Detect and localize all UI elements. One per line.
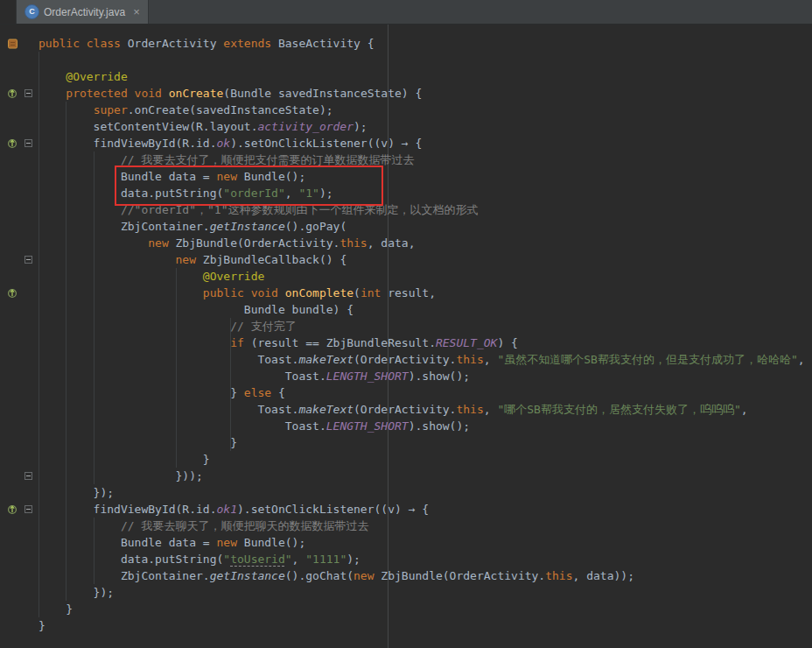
code-line[interactable]: Toast.makeText(OrderActivity.this, "虽然不知… — [0, 351, 812, 368]
fold-cell — [24, 102, 38, 118]
fold-marker-icon[interactable] — [24, 472, 32, 480]
close-icon[interactable]: × — [133, 6, 140, 18]
code-line[interactable]: protected void onCreate(Bundle savedInst… — [0, 85, 812, 102]
code-line[interactable]: } — [0, 434, 812, 451]
code-line[interactable]: data.putString("orderId", "1"); — [0, 185, 812, 201]
gutter-icon-cell — [0, 551, 24, 567]
code-line[interactable]: } else { — [0, 384, 812, 401]
gutter-icon-cell[interactable] — [0, 285, 24, 301]
override-method-icon[interactable] — [7, 504, 18, 515]
code-text: ZbjContainer.getInstance().goChat(new Zb… — [38, 567, 634, 584]
code-line[interactable]: Toast.LENGTH_SHORT).show(); — [0, 418, 812, 434]
code-text: Bundle data = new Bundle(); — [38, 168, 305, 185]
editor-tab-bar: C OrderActivity.java × — [0, 0, 812, 25]
fold-cell[interactable] — [24, 85, 38, 102]
code-line[interactable]: new ZbjBundle(OrderActivity.this, data, — [0, 235, 812, 251]
code-line[interactable]: } — [0, 601, 812, 617]
fold-marker-icon[interactable] — [24, 256, 32, 264]
code-line[interactable]: @Override — [0, 68, 812, 85]
fold-cell — [24, 567, 38, 584]
code-text: protected void onCreate(Bundle savedInst… — [38, 85, 422, 102]
override-method-icon[interactable] — [7, 137, 18, 149]
code-line[interactable]: // 我要去聊天了，顺便把聊天的数据数据带过去 — [0, 518, 812, 534]
code-text: Toast.LENGTH_SHORT).show(); — [38, 418, 470, 434]
override-method-icon[interactable] — [7, 287, 18, 299]
gutter-icon-cell — [0, 218, 24, 235]
gutter-icon-cell[interactable] — [0, 135, 24, 151]
code-text: }); — [38, 484, 114, 501]
code-line[interactable] — [0, 52, 812, 68]
code-text: Bundle bundle) { — [38, 301, 354, 318]
gutter-icon-cell — [0, 434, 24, 451]
ide-window: C OrderActivity.java × public class Orde… — [0, 0, 812, 648]
fold-cell — [24, 235, 38, 251]
fold-marker-icon[interactable] — [24, 139, 32, 147]
code-line[interactable]: setContentView(R.layout.activity_order); — [0, 118, 812, 135]
bookmark-icon[interactable] — [8, 39, 18, 49]
fold-cell — [24, 68, 38, 85]
fold-cell — [24, 451, 38, 468]
gutter-icon-cell — [0, 617, 24, 634]
code-line[interactable]: Bundle data = new Bundle(); — [0, 534, 812, 551]
gutter-icon-cell[interactable] — [0, 35, 24, 52]
code-text: new ZbjBundle(OrderActivity.this, data, — [38, 235, 416, 251]
code-text: }); — [38, 584, 114, 601]
gutter-icon-cell — [0, 118, 24, 135]
code-line[interactable]: } — [0, 451, 812, 468]
code-line[interactable]: data.putString("toUserid", "1111"); — [0, 551, 812, 567]
gutter-icon-cell — [0, 201, 24, 218]
code-line[interactable]: public void onComplete(int result, — [0, 285, 812, 301]
gutter-icon-cell — [0, 351, 24, 368]
code-line[interactable]: }); — [0, 484, 812, 501]
override-method-icon[interactable] — [7, 88, 18, 99]
code-text: Toast.LENGTH_SHORT).show(); — [38, 368, 470, 384]
fold-cell[interactable] — [24, 135, 38, 151]
gutter-icon-cell[interactable] — [0, 85, 24, 102]
gutter-icon-cell — [0, 318, 24, 335]
code-line[interactable]: if (result == ZbjBundleResult.RESULT_OK)… — [0, 335, 812, 351]
code-line[interactable]: super.onCreate(savedInstanceState); — [0, 102, 812, 118]
tab-orderactivity[interactable]: C OrderActivity.java × — [17, 0, 149, 24]
code-line[interactable]: new ZbjBundleCallback() { — [0, 251, 812, 268]
fold-cell[interactable] — [24, 251, 38, 268]
code-line[interactable]: findViewById(R.id.ok).setOnClickListener… — [0, 135, 812, 151]
gutter-icon-cell — [0, 401, 24, 418]
fold-marker-icon[interactable] — [24, 89, 32, 97]
code-line[interactable]: findViewById(R.id.ok1).setOnClickListene… — [0, 501, 812, 518]
code-text: Toast.makeText(OrderActivity.this, "哪个SB… — [38, 401, 748, 418]
code-line[interactable]: @Override — [0, 268, 812, 285]
code-line[interactable]: })); — [0, 468, 812, 484]
code-line[interactable]: // 我要去支付了，顺便把支付需要的订单数据数据带过去 — [0, 151, 812, 168]
code-text: } — [38, 451, 210, 468]
gutter-icon-cell — [0, 451, 24, 468]
gutter-icon-cell — [0, 268, 24, 285]
code-line[interactable]: } — [0, 617, 812, 634]
code-line[interactable]: ZbjContainer.getInstance().goPay( — [0, 218, 812, 235]
code-line[interactable]: }); — [0, 584, 812, 601]
fold-cell — [24, 384, 38, 401]
code-line[interactable]: Toast.makeText(OrderActivity.this, "哪个SB… — [0, 401, 812, 418]
tab-bar-corner — [0, 0, 17, 24]
fold-cell[interactable] — [24, 501, 38, 518]
code-text: } — [38, 601, 73, 617]
code-line[interactable]: //"orderId"，"1"这种参数规则由下一个组件来制定，以文档的形式 — [0, 201, 812, 218]
fold-cell[interactable] — [24, 468, 38, 484]
fold-cell — [24, 551, 38, 567]
code-line[interactable]: Toast.LENGTH_SHORT).show(); — [0, 368, 812, 384]
code-line[interactable]: Bundle data = new Bundle(); — [0, 168, 812, 185]
java-class-icon-letter: C — [29, 8, 35, 16]
code-line[interactable]: public class OrderActivity extends BaseA… — [0, 35, 812, 52]
code-line[interactable]: Bundle bundle) { — [0, 301, 812, 318]
gutter-icon-cell — [0, 52, 24, 68]
code-editor[interactable]: public class OrderActivity extends BaseA… — [0, 25, 812, 648]
code-line[interactable]: ZbjContainer.getInstance().goChat(new Zb… — [0, 567, 812, 584]
gutter-icon-cell[interactable] — [0, 501, 24, 518]
code-line[interactable]: // 支付完了 — [0, 318, 812, 335]
fold-cell — [24, 185, 38, 201]
fold-marker-icon[interactable] — [24, 505, 32, 513]
fold-cell — [24, 518, 38, 534]
code-text: })); — [38, 468, 203, 484]
code-text: @Override — [38, 268, 264, 285]
code-text: //"orderId"，"1"这种参数规则由下一个组件来制定，以文档的形式 — [38, 201, 479, 218]
fold-cell — [24, 335, 38, 351]
